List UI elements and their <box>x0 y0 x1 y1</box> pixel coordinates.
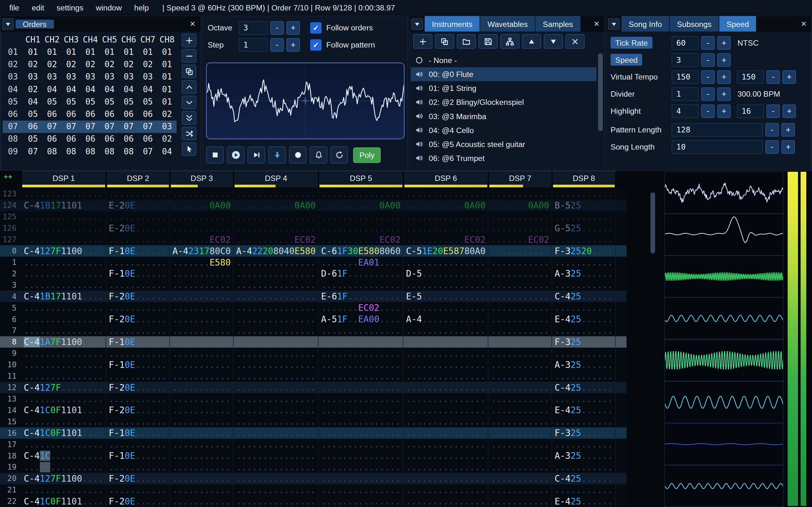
pattern-cell[interactable]: ........... <box>552 302 616 314</box>
order-cell[interactable]: 01 <box>157 58 176 71</box>
pattern-cell[interactable]: ........... <box>170 348 234 359</box>
scrollbar-thumb[interactable] <box>598 53 603 131</box>
virtual-tempo-den-increase-button[interactable]: + <box>782 70 796 83</box>
pattern-cell[interactable]: ............... <box>403 484 489 496</box>
order-cell[interactable]: 07 <box>81 120 100 133</box>
pattern-cell[interactable]: ........... <box>489 461 552 473</box>
divider-increase-button[interactable]: + <box>717 87 730 101</box>
pattern-cell[interactable]: ........... <box>170 291 234 302</box>
pattern-cell[interactable]: ............... <box>318 496 403 507</box>
pattern-cell[interactable]: ........... <box>106 257 170 268</box>
pattern-cell[interactable]: C-425...... <box>552 382 616 393</box>
instrument-item[interactable]: 06: @6 Trumpet <box>411 151 597 165</box>
pattern-cell[interactable]: ............... <box>234 496 318 507</box>
pattern-cell[interactable]: ............... <box>21 257 106 268</box>
octave-input[interactable]: 3 <box>239 21 268 34</box>
order-cell[interactable]: 01 <box>157 96 176 108</box>
order-cell[interactable]: 03 <box>23 71 42 83</box>
pattern-cell[interactable]: ........... <box>552 439 616 450</box>
pattern-cell[interactable]: ............... <box>234 450 318 461</box>
order-cell[interactable]: 04 <box>23 96 42 108</box>
order-cell[interactable]: 02 <box>138 58 157 71</box>
pattern-cell[interactable]: ............... <box>403 257 489 268</box>
instrument-open-button[interactable] <box>457 34 476 49</box>
pattern-cell[interactable]: ........... <box>552 348 616 359</box>
pattern-cell[interactable]: ........... <box>489 222 552 234</box>
order-row-01[interactable]: 010101010101010101 <box>3 46 177 58</box>
virtual-tempo-den-decrease-button[interactable]: - <box>766 70 780 83</box>
pattern-cell[interactable]: ........... <box>489 359 552 371</box>
instrument-item[interactable]: 02: @2 Blingy/Glockenspiel <box>411 95 597 109</box>
pattern-cell[interactable]: ............... <box>234 405 318 416</box>
pattern-cell[interactable]: ............... <box>234 473 318 484</box>
step-input[interactable]: 1 <box>239 38 268 51</box>
order-cell[interactable]: 07 <box>138 146 157 158</box>
step-decrease-button[interactable]: - <box>270 38 284 51</box>
pattern-cell[interactable]: ........... <box>170 416 234 428</box>
pattern-cell[interactable]: ............... <box>21 393 106 405</box>
pattern-cell[interactable]: ........... <box>489 393 552 405</box>
order-cell[interactable]: 03 <box>138 71 157 83</box>
pattern-cell[interactable]: ........... <box>170 314 234 325</box>
pattern-cell[interactable]: ........... <box>170 211 234 222</box>
order-cell[interactable]: 01 <box>119 46 138 58</box>
pattern-cell[interactable]: ............... <box>403 188 489 200</box>
order-cell[interactable]: 07 <box>119 120 138 133</box>
pattern-cell[interactable]: ............... <box>234 279 318 291</box>
menu-item-help[interactable]: help <box>128 0 155 15</box>
order-cell[interactable]: 01 <box>157 46 176 58</box>
menu-item-settings[interactable]: settings <box>50 0 90 15</box>
pattern-cell[interactable]: ........... <box>106 461 170 473</box>
virtual-tempo-num-increase-button[interactable]: + <box>717 70 730 83</box>
instrument-delete-button[interactable] <box>565 34 585 49</box>
pattern-cell[interactable]: ........... <box>106 348 170 359</box>
pattern-cell[interactable]: ........... <box>489 416 552 428</box>
pattern-cell[interactable]: ........... <box>489 257 552 268</box>
tick-rate-decrease-button[interactable]: - <box>701 36 715 49</box>
pattern-cell[interactable]: ........... <box>489 291 552 302</box>
pattern-cell[interactable]: ........... <box>170 336 234 348</box>
record-button[interactable] <box>289 147 307 164</box>
instrument-tri-up-button[interactable] <box>522 34 541 49</box>
pattern-cell[interactable]: ........... <box>170 461 234 473</box>
order-cell[interactable]: 05 <box>100 96 119 108</box>
pattern-cell[interactable]: ........... <box>106 234 170 245</box>
pattern-cell[interactable]: ............... <box>318 439 403 450</box>
pattern-cell[interactable]: ........... <box>106 484 170 496</box>
order-move-up-button[interactable] <box>182 80 196 94</box>
channel-header-dsp-1[interactable]: DSP 1 <box>21 171 106 188</box>
speed-increase-button[interactable]: + <box>717 53 730 66</box>
step-down-button[interactable] <box>268 147 286 164</box>
pattern-cell[interactable]: ........... <box>552 416 616 428</box>
pattern-cell[interactable]: ........... <box>552 234 616 245</box>
order-cell[interactable]: 05 <box>81 96 100 108</box>
pattern-cell[interactable]: ............... <box>234 428 318 439</box>
pattern-cell[interactable]: G-525...... <box>552 222 616 234</box>
pattern-cell[interactable]: ............... <box>403 211 489 222</box>
pattern-cell[interactable]: ............... <box>234 257 318 268</box>
follow-pattern-checkbox[interactable]: ✓ <box>310 39 322 50</box>
pattern-cell[interactable]: ............... <box>403 439 489 450</box>
pattern-cell[interactable]: ........... <box>552 325 616 336</box>
virtual-tempo-numerator-input[interactable]: 150 <box>672 70 699 83</box>
pattern-cell[interactable]: .......0A00 <box>170 200 234 211</box>
pattern-cell[interactable]: ........... <box>170 268 234 279</box>
order-row-07[interactable]: 070607070707070703 <box>3 120 177 133</box>
order-row-09[interactable]: 090708080808080704 <box>3 146 177 158</box>
pattern-cell[interactable]: E-425...... <box>552 314 616 325</box>
instrument-item[interactable]: 00: @0 Flute <box>411 67 597 81</box>
pattern-cell[interactable]: C-41C.......... <box>21 450 106 461</box>
instrument-add-button[interactable] <box>413 34 432 49</box>
pattern-cell[interactable]: ........... <box>170 371 234 382</box>
order-row-03[interactable]: 030303030303030301 <box>3 71 177 83</box>
pattern-cell[interactable]: ............... <box>21 302 106 314</box>
poly-button[interactable]: Poly <box>353 147 380 163</box>
pattern-cell[interactable]: ............... <box>234 314 318 325</box>
pattern-cell[interactable]: ............... <box>318 405 403 416</box>
instrument-list-scrollbar[interactable] <box>598 53 603 168</box>
pattern-cell[interactable]: ............... <box>234 336 318 348</box>
pattern-cell[interactable]: ........... <box>552 279 616 291</box>
order-cell[interactable]: 02 <box>61 58 81 71</box>
octave-increase-button[interactable]: + <box>287 21 300 34</box>
pattern-cell[interactable]: ............... <box>318 211 403 222</box>
